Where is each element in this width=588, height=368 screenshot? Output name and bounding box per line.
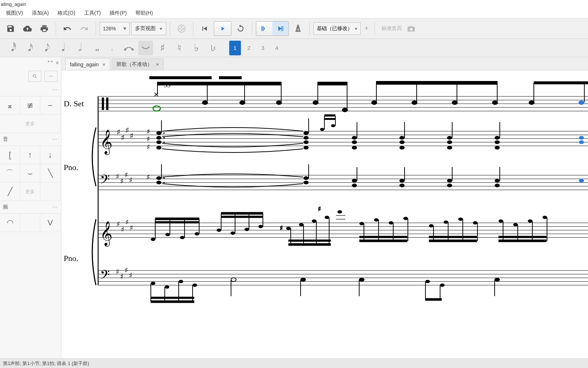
play-button[interactable] (214, 21, 231, 36)
svg-point-89 (495, 146, 500, 150)
curve-up-icon[interactable]: ⌒ (0, 164, 20, 183)
svg-point-85 (447, 146, 452, 150)
voice-1-button[interactable]: 1 (229, 41, 241, 55)
more-palette-button[interactable]: ⋯ (44, 71, 57, 82)
note-32nd-icon[interactable]: 𝅘𝅥𝅰 (4, 41, 18, 55)
svg-point-170 (360, 222, 364, 225)
tremolo-3-icon[interactable]: − (40, 96, 60, 115)
svg-text:♯: ♯ (116, 172, 119, 180)
lines-more-button[interactable]: 更多 (20, 183, 40, 201)
view-mode-selector[interactable]: 多页视图 ▾ (131, 22, 166, 35)
svg-point-35 (412, 100, 417, 105)
palette-section-tremolo[interactable]: ⋯ (0, 84, 61, 96)
note-16th-icon[interactable]: 𝅘𝅥𝅯 (21, 41, 35, 55)
search-palette-button[interactable] (28, 71, 41, 82)
save-button[interactable] (3, 21, 18, 36)
zoom-input[interactable] (100, 26, 120, 32)
svg-point-231 (495, 278, 500, 281)
note-whole-icon[interactable]: 𝅝 (88, 41, 103, 55)
section-menu-icon[interactable]: ⋯ (52, 136, 58, 142)
svg-point-227 (440, 284, 444, 287)
note-half-icon[interactable]: 𝅗𝅥 (71, 41, 86, 55)
dot-icon[interactable]: . (105, 41, 119, 55)
add-workspace-button[interactable]: + (362, 24, 371, 33)
view-mode-dropdown-icon[interactable]: ▾ (156, 22, 166, 35)
svg-point-67 (304, 146, 309, 150)
svg-point-1 (131, 48, 134, 51)
arc-icon[interactable]: ◠ (0, 214, 20, 232)
slur-icon[interactable] (138, 41, 153, 55)
menu-help[interactable]: 帮助(H) (135, 10, 153, 16)
svg-point-104 (156, 176, 161, 180)
zoom-selector[interactable]: ▾ (100, 22, 130, 35)
svg-text:♯: ♯ (124, 171, 128, 179)
svg-text:♯: ♯ (125, 126, 129, 135)
tremolo-more-button[interactable]: 更多 (0, 115, 60, 133)
svg-point-92 (579, 140, 584, 144)
loop-in-button[interactable] (256, 22, 272, 36)
metronome-button[interactable] (290, 21, 306, 36)
flip-stem-icon[interactable] (206, 41, 220, 55)
natural-icon[interactable]: ♮ (172, 41, 187, 55)
tab-falling-again[interactable]: falling_again × (65, 58, 110, 70)
close-tab-icon[interactable]: × (156, 62, 159, 67)
freq-palette-grid: ◠ V (0, 213, 61, 232)
print-button[interactable] (37, 21, 52, 36)
curve-down-icon[interactable]: ⌣ (20, 164, 40, 183)
section-menu-icon[interactable]: ⋯ (52, 204, 58, 210)
tremolo-1-icon[interactable]: 𝄪 (0, 96, 20, 115)
rewind-button[interactable] (197, 21, 212, 36)
score-view[interactable]: 35 D. Set Pno. Pno. (62, 70, 588, 358)
tie-icon[interactable] (122, 41, 136, 55)
bracket-icon[interactable]: [ (0, 146, 20, 164)
arrow-up-icon[interactable]: ↑ (20, 146, 40, 164)
concert-pitch-button[interactable]: 标准音高 (382, 25, 402, 32)
mixer-button[interactable] (174, 21, 189, 36)
undo-button[interactable] (60, 21, 75, 36)
svg-point-161 (338, 210, 342, 213)
svg-point-42 (529, 100, 535, 105)
tab-bange[interactable]: 班歌（不准动） × (112, 58, 164, 70)
v-icon[interactable]: V (40, 214, 60, 232)
workspace-selector[interactable]: 基础（已修改） ▾ (313, 22, 361, 35)
menu-add[interactable]: 添加(A) (32, 10, 49, 16)
diagonal-icon[interactable]: ╱ (0, 183, 20, 201)
svg-rect-184 (429, 240, 477, 242)
svg-point-57 (156, 136, 161, 140)
tremolo-2-icon[interactable]: ≢ (20, 96, 40, 115)
section-menu-icon[interactable]: ⋯ (52, 87, 58, 93)
zoom-dropdown-icon[interactable]: ▾ (120, 22, 129, 35)
flat-icon[interactable]: ♭ (189, 41, 204, 55)
sharp-icon[interactable]: ♯ (155, 41, 170, 55)
close-sidebar-icon[interactable]: × (56, 60, 59, 66)
svg-rect-33 (376, 81, 497, 84)
close-tab-icon[interactable]: × (103, 62, 105, 67)
empty-cell (40, 183, 60, 201)
voice-4-button[interactable]: 4 (271, 41, 283, 55)
menubar: 视图(V) 添加(A) 格式(O) 工具(T) 插件(P) 帮助(H) (0, 8, 588, 18)
svg-point-23 (276, 100, 282, 105)
menu-tools[interactable]: 工具(T) (84, 10, 101, 16)
svg-point-75 (352, 136, 357, 140)
svg-point-62 (163, 141, 165, 143)
loop-button[interactable] (233, 21, 248, 36)
svg-point-0 (124, 48, 126, 51)
menu-format[interactable]: 格式(O) (57, 10, 75, 16)
menu-view[interactable]: 视图(V) (6, 10, 23, 16)
palette-section-freq[interactable]: 频 ⋯ (0, 201, 61, 213)
redo-button[interactable] (77, 21, 92, 36)
note-quarter-icon[interactable]: 𝅘𝅥 (54, 41, 69, 55)
expand-icon[interactable] (47, 60, 53, 66)
arrow-down-icon[interactable]: ↓ (40, 146, 60, 164)
note-8th-icon[interactable]: 𝅘𝅥𝅮 (37, 41, 52, 55)
cloud-upload-button[interactable] (20, 21, 35, 36)
line-icon[interactable]: ╲ (40, 164, 60, 183)
palette-section-lines[interactable]: 音 ⋯ (0, 133, 61, 146)
voice-3-button[interactable]: 3 (257, 41, 269, 55)
menu-plugins[interactable]: 插件(P) (109, 10, 127, 16)
svg-rect-20 (157, 82, 281, 85)
svg-rect-6 (219, 76, 242, 79)
loop-out-button[interactable] (272, 22, 289, 36)
voice-2-button[interactable]: 2 (243, 41, 255, 55)
screenshot-button[interactable] (403, 21, 419, 36)
